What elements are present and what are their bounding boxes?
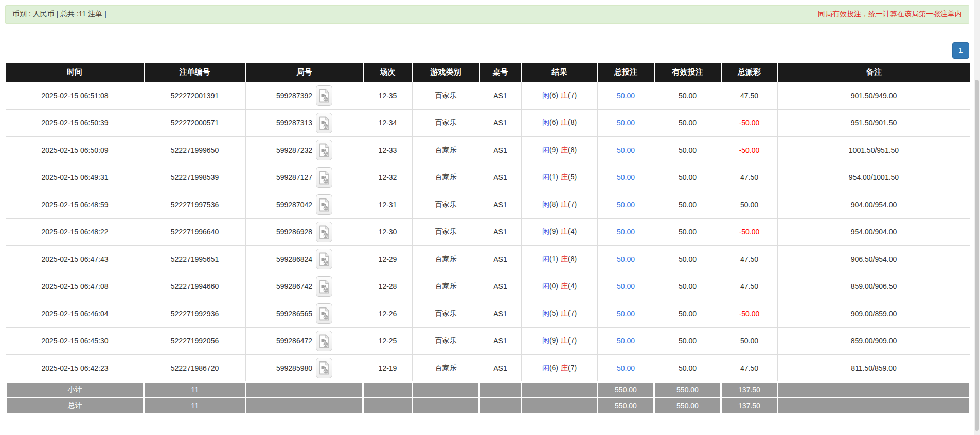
result-banker-label: 庄 xyxy=(561,364,568,372)
total-total-bet: 550.00 xyxy=(598,398,654,414)
cell-session: 12-33 xyxy=(363,137,413,164)
video-replay-button[interactable] xyxy=(316,331,332,351)
cell-remark: 906.50/954.00 xyxy=(778,246,970,273)
video-replay-button[interactable] xyxy=(316,358,332,378)
table-row: 2025-02-15 06:42:23 522271986720 5992859… xyxy=(6,355,970,382)
result-player-score: (6) xyxy=(549,364,558,372)
cell-game-type: 百家乐 xyxy=(413,300,479,328)
round-id-text: 599286472 xyxy=(276,337,312,345)
cell-valid-bet: 50.00 xyxy=(654,328,721,355)
total-bet-link[interactable]: 50.00 xyxy=(617,173,635,182)
cell-round-id: 599287232 xyxy=(246,137,363,164)
cell-remark: 859.00/909.00 xyxy=(778,328,970,355)
cell-valid-bet: 50.00 xyxy=(654,219,721,246)
table-body: 2025-02-15 06:51:08 522272001391 5992873… xyxy=(6,82,970,382)
col-header-payout: 总派彩 xyxy=(721,63,778,82)
total-count: 11 xyxy=(144,398,246,414)
video-replay-button[interactable] xyxy=(316,113,332,133)
cell-remark: 954.00/904.00 xyxy=(778,219,970,246)
cell-result: 闲(0)庄(4) xyxy=(522,273,598,300)
table-row: 2025-02-15 06:45:30 522271992056 5992864… xyxy=(6,328,970,355)
cell-bet-id: 522272001391 xyxy=(144,82,246,110)
total-bet-link[interactable]: 50.00 xyxy=(617,364,635,372)
cell-remark: 811.50/859.00 xyxy=(778,355,970,382)
video-file-icon xyxy=(319,361,330,375)
round-id-text: 599287042 xyxy=(276,201,312,209)
page-1-button[interactable]: 1 xyxy=(952,42,969,59)
scrollbar-thumb[interactable] xyxy=(975,80,979,431)
cell-session: 12-28 xyxy=(363,273,413,300)
result-player-score: (5) xyxy=(549,309,558,317)
video-replay-button[interactable] xyxy=(316,140,332,160)
table-row: 2025-02-15 06:48:59 522271997536 5992870… xyxy=(6,191,970,219)
total-bet-link[interactable]: 50.00 xyxy=(617,282,635,291)
vertical-scrollbar[interactable] xyxy=(974,0,980,435)
col-header-session: 场次 xyxy=(363,63,413,82)
col-header-result: 结果 xyxy=(522,63,598,82)
total-bet-link[interactable]: 50.00 xyxy=(617,310,635,318)
result-player-score: (1) xyxy=(549,255,558,263)
cell-round-id: 599287042 xyxy=(246,191,363,219)
cell-bet-id: 522271998539 xyxy=(144,164,246,191)
video-replay-button[interactable] xyxy=(316,222,332,242)
total-bet-link[interactable]: 50.00 xyxy=(617,255,635,263)
cell-table-no: AS1 xyxy=(479,137,522,164)
round-id-text: 599287313 xyxy=(276,119,312,127)
cell-game-type: 百家乐 xyxy=(413,191,479,219)
total-row: 总计 11 550.00 550.00 137.50 xyxy=(6,398,970,414)
total-bet-link[interactable]: 50.00 xyxy=(617,337,635,345)
cell-game-type: 百家乐 xyxy=(413,355,479,382)
cell-bet-id: 522271992936 xyxy=(144,300,246,328)
video-replay-button[interactable] xyxy=(316,194,332,215)
cell-table-no: AS1 xyxy=(479,300,522,328)
cell-round-id: 599286565 xyxy=(246,300,363,328)
table-row: 2025-02-15 06:48:22 522271996640 5992869… xyxy=(6,219,970,246)
cell-game-type: 百家乐 xyxy=(413,137,479,164)
result-banker-score: (7) xyxy=(568,364,577,372)
cell-time: 2025-02-15 06:49:31 xyxy=(6,164,144,191)
video-replay-button[interactable] xyxy=(316,85,332,106)
cell-valid-bet: 50.00 xyxy=(654,110,721,137)
total-bet-link[interactable]: 50.00 xyxy=(617,201,635,209)
total-bet-link[interactable]: 50.00 xyxy=(617,228,635,236)
cell-total-bet: 50.00 xyxy=(598,246,654,273)
cell-payout: -50.00 xyxy=(721,110,778,137)
cell-total-bet: 50.00 xyxy=(598,191,654,219)
total-bet-link[interactable]: 50.00 xyxy=(617,119,635,127)
result-player-score: (9) xyxy=(549,336,558,345)
total-bet-link[interactable]: 50.00 xyxy=(617,146,635,154)
cell-payout: 47.50 xyxy=(721,164,778,191)
cell-time: 2025-02-15 06:45:30 xyxy=(6,328,144,355)
cell-total-bet: 50.00 xyxy=(598,273,654,300)
video-replay-button[interactable] xyxy=(316,303,332,324)
result-player-score: (6) xyxy=(549,91,558,99)
cell-table-no: AS1 xyxy=(479,191,522,219)
cell-valid-bet: 50.00 xyxy=(654,246,721,273)
cell-game-type: 百家乐 xyxy=(413,110,479,137)
subtotal-label: 小计 xyxy=(6,382,144,398)
total-payout: 137.50 xyxy=(721,398,778,414)
video-replay-button[interactable] xyxy=(316,249,332,269)
cell-game-type: 百家乐 xyxy=(413,164,479,191)
cell-total-bet: 50.00 xyxy=(598,110,654,137)
cell-bet-id: 522271986720 xyxy=(144,355,246,382)
result-player-score: (9) xyxy=(549,146,558,154)
col-header-bet-id: 注单编号 xyxy=(144,63,246,82)
result-player-label: 闲 xyxy=(542,336,549,345)
cell-round-id: 599287313 xyxy=(246,110,363,137)
round-id-text: 599285980 xyxy=(276,364,312,372)
total-bet-link[interactable]: 50.00 xyxy=(617,92,635,100)
table-row: 2025-02-15 06:46:04 522271992936 5992865… xyxy=(6,300,970,328)
table-row: 2025-02-15 06:50:39 522272000571 5992873… xyxy=(6,110,970,137)
cell-table-no: AS1 xyxy=(479,273,522,300)
cell-valid-bet: 50.00 xyxy=(654,191,721,219)
result-player-label: 闲 xyxy=(542,364,549,372)
cell-remark: 951.50/901.50 xyxy=(778,110,970,137)
cell-time: 2025-02-15 06:48:59 xyxy=(6,191,144,219)
result-banker-label: 庄 xyxy=(561,173,568,181)
table-footer: 小计 11 550.00 550.00 137.50 总计 11 550.00 … xyxy=(6,382,970,414)
video-replay-button[interactable] xyxy=(316,276,332,297)
result-banker-score: (8) xyxy=(568,255,577,263)
cell-total-bet: 50.00 xyxy=(598,137,654,164)
video-replay-button[interactable] xyxy=(316,167,332,188)
